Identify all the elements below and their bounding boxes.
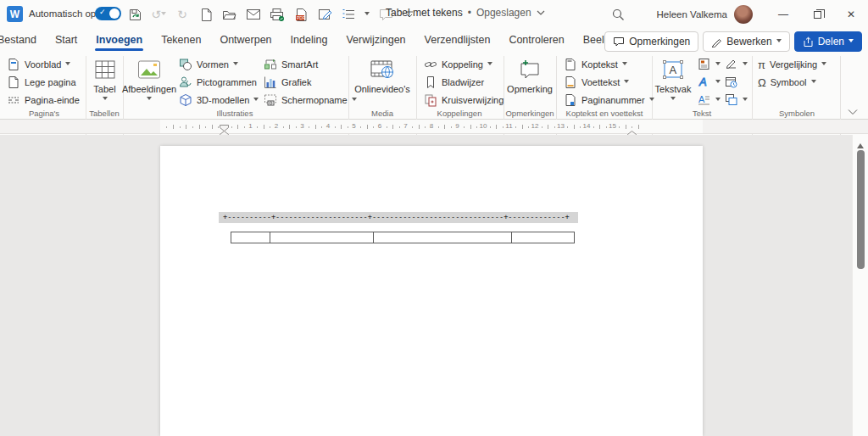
quick-access-toolbar: ↺ ↻ PDF (127, 4, 417, 25)
ruler-dot (438, 126, 439, 128)
table-button[interactable]: Tabel (87, 54, 122, 107)
vertical-scrollbar[interactable] (852, 135, 868, 436)
footer-button[interactable]: Voettekst (561, 74, 632, 91)
tab-verwijzingen[interactable]: Verwijzingen (337, 29, 415, 53)
chevron-down-icon (253, 98, 259, 103)
table-cell[interactable] (231, 232, 270, 243)
ruler-dot (593, 126, 594, 128)
comments-button[interactable]: Opmerkingen (604, 31, 698, 52)
list-options-chevron-icon[interactable] (364, 12, 370, 18)
online-videos-button[interactable]: Onlinevideo's (350, 54, 415, 107)
autosave-toggle[interactable]: ✓ (95, 7, 121, 20)
ruler-tick (237, 125, 238, 129)
chevron-down-icon (715, 62, 721, 68)
ruler-dot (425, 126, 426, 128)
selected-plus-dash-text[interactable]: +----------+---------------------+------… (219, 212, 578, 223)
avatar[interactable] (734, 5, 753, 24)
save-edit-icon[interactable] (317, 7, 332, 22)
ruler-dot (580, 126, 581, 128)
scroll-up-icon[interactable] (857, 140, 864, 148)
scrollbar-thumb[interactable] (857, 150, 865, 269)
search-icon[interactable] (604, 0, 632, 29)
tab-bestand[interactable]: Bestand (0, 29, 46, 53)
tab-ontwerpen[interactable]: Ontwerpen (210, 29, 281, 53)
chevron-down-icon (811, 80, 816, 86)
tab-controleren[interactable]: Controleren (499, 29, 573, 53)
drop-cap-button[interactable]: A (695, 92, 723, 109)
date-time-button[interactable] (722, 74, 741, 91)
cross-reference-button[interactable]: Kruisverwijzing (421, 92, 506, 109)
wordart-button[interactable]: A (695, 74, 723, 91)
ruler-tick (626, 125, 626, 129)
screenshot-button[interactable]: Schermopname (261, 92, 359, 109)
tab-invoegen[interactable]: Invoegen (86, 29, 152, 53)
open-folder-icon[interactable] (222, 7, 237, 22)
title-chevron-icon[interactable] (537, 10, 545, 16)
page-number-button[interactable]: Paginanummer (561, 92, 657, 109)
quick-print-icon[interactable] (270, 7, 285, 22)
chart-button[interactable]: Grafiek (261, 74, 314, 91)
new-document-icon[interactable] (198, 7, 214, 22)
shapes-button[interactable]: Vormen (176, 56, 241, 73)
ruler-dot (464, 126, 465, 128)
save-icon[interactable] (127, 7, 142, 22)
object-button[interactable] (722, 92, 750, 109)
3d-models-button[interactable]: 3D-modellen (176, 92, 261, 109)
document-title-area[interactable]: Tabel met tekens • Opgeslagen (386, 7, 545, 19)
table-cell[interactable] (270, 232, 374, 243)
blank-page-button[interactable]: Lege pagina (4, 74, 79, 91)
tab-verzendlijsten[interactable]: Verzendlijsten (415, 29, 500, 53)
undo-icon[interactable]: ↺ (151, 7, 166, 22)
tab-start[interactable]: Start (46, 29, 86, 53)
share-button[interactable]: Delen (794, 31, 862, 52)
link-button[interactable]: Koppeling (421, 56, 495, 73)
ruler-dot (451, 126, 452, 128)
word-logo-icon[interactable]: W (7, 6, 23, 22)
collapse-ribbon-icon[interactable] (848, 103, 860, 112)
ruler-dot (606, 126, 607, 128)
bookmark-button[interactable]: Bladwijzer (421, 74, 487, 91)
new-comment-button[interactable]: Opmerking (505, 54, 554, 107)
pdf-export-icon[interactable]: PDF (293, 7, 309, 22)
tab-tekenen[interactable]: Tekenen (152, 29, 210, 53)
ruler-dot (515, 126, 516, 128)
signature-line-button[interactable] (722, 56, 750, 73)
header-button[interactable]: Koptekst (561, 56, 630, 73)
numbered-list-icon[interactable] (341, 7, 356, 22)
ruler-dot (412, 126, 413, 128)
ruler-tick (522, 125, 523, 129)
ruler-tick (367, 125, 368, 129)
chevron-down-icon (624, 80, 629, 86)
page-break-button[interactable]: Pagina-einde (4, 92, 82, 109)
redo-icon[interactable]: ↻ (175, 7, 190, 22)
equation-button[interactable]: π Vergelijking (755, 56, 829, 73)
ruler-tick (444, 125, 445, 129)
minimize-button[interactable]: — (766, 0, 800, 29)
symbol-button[interactable]: Ω Symbool (755, 74, 819, 91)
email-icon[interactable] (246, 7, 261, 22)
close-button[interactable]: ✕ (834, 0, 868, 29)
chevron-down-icon (487, 62, 492, 68)
document-title: Tabel met tekens (386, 7, 463, 19)
ruler-tick (186, 125, 186, 129)
table-cell[interactable] (512, 232, 575, 243)
horizontal-ruler[interactable]: 123456789101112131415 (0, 120, 868, 134)
pictures-button[interactable]: Afbeeldingen (125, 54, 174, 107)
restore-button[interactable] (800, 0, 834, 29)
group-label-paginas: Pagina's (29, 109, 59, 118)
text-box-button[interactable]: A Tekstvak (653, 54, 693, 107)
group-label-tekst: Tekst (693, 109, 711, 118)
ruler-dot (296, 126, 297, 128)
chevron-down-icon (743, 62, 748, 68)
signature-line-icon (725, 58, 738, 71)
document-table[interactable] (231, 232, 575, 243)
document-page[interactable]: +----------+---------------------+------… (160, 146, 703, 436)
ruler-dot (321, 126, 322, 128)
cover-page-button[interactable]: Voorblad (4, 56, 73, 73)
quick-parts-button[interactable] (695, 56, 723, 73)
smartart-button[interactable]: SmartArt (261, 56, 320, 73)
tab-indeling[interactable]: Indeling (281, 29, 337, 53)
editing-mode-button[interactable]: Bewerken (703, 31, 789, 52)
icons-button[interactable]: Pictogrammen (176, 74, 259, 91)
table-cell[interactable] (374, 232, 512, 243)
